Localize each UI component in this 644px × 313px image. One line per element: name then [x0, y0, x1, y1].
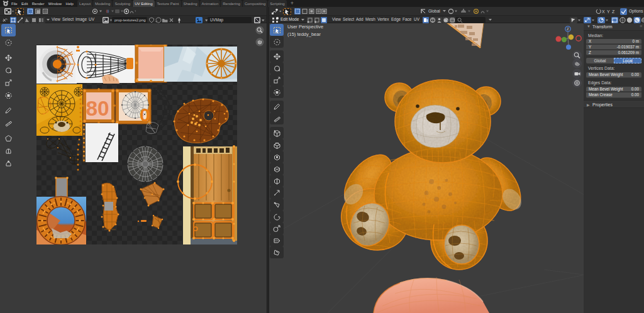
- svg-text:Y: Y: [607, 9, 610, 14]
- svg-text:(15) teddy_bear: (15) teddy_bear: [287, 31, 321, 37]
- svg-text:User Perspective: User Perspective: [287, 24, 323, 30]
- svg-text:80: 80: [86, 97, 109, 120]
- svg-text:Z: Z: [612, 9, 615, 14]
- svg-text:X: X: [602, 9, 605, 14]
- svg-text:Z: Z: [567, 27, 569, 31]
